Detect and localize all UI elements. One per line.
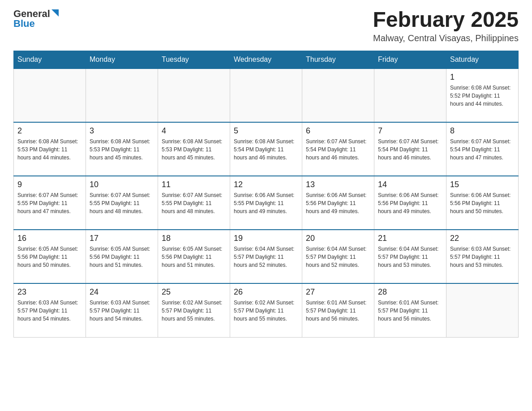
calendar-cell [230, 68, 302, 122]
calendar-cell: 4Sunrise: 6:08 AM Sunset: 5:53 PM Daylig… [158, 122, 230, 176]
calendar-cell: 3Sunrise: 6:08 AM Sunset: 5:53 PM Daylig… [86, 122, 158, 176]
day-info: Sunrise: 6:04 AM Sunset: 5:57 PM Dayligh… [234, 245, 298, 269]
calendar-cell [374, 68, 446, 122]
day-info: Sunrise: 6:04 AM Sunset: 5:57 PM Dayligh… [306, 245, 370, 269]
day-number: 8 [450, 126, 515, 136]
weekday-header-monday: Monday [86, 51, 158, 69]
day-info: Sunrise: 6:07 AM Sunset: 5:55 PM Dayligh… [17, 191, 82, 215]
calendar-cell [158, 68, 230, 122]
day-info: Sunrise: 6:08 AM Sunset: 5:52 PM Dayligh… [450, 84, 515, 108]
day-number: 13 [306, 180, 370, 189]
day-number: 18 [162, 234, 226, 243]
weekday-header-friday: Friday [374, 51, 446, 69]
weekday-header-wednesday: Wednesday [230, 51, 302, 69]
day-number: 6 [306, 126, 370, 136]
calendar-cell: 14Sunrise: 6:06 AM Sunset: 5:56 PM Dayli… [374, 176, 446, 230]
calendar-cell: 5Sunrise: 6:08 AM Sunset: 5:54 PM Daylig… [230, 122, 302, 176]
day-number: 1 [450, 73, 515, 82]
day-info: Sunrise: 6:08 AM Sunset: 5:53 PM Dayligh… [90, 137, 154, 162]
day-number: 28 [378, 287, 442, 297]
day-info: Sunrise: 6:08 AM Sunset: 5:53 PM Dayligh… [17, 137, 82, 162]
day-number: 15 [450, 180, 515, 189]
day-info: Sunrise: 6:01 AM Sunset: 5:57 PM Dayligh… [378, 299, 442, 323]
day-info: Sunrise: 6:07 AM Sunset: 5:54 PM Dayligh… [306, 137, 370, 162]
page-header: General Blue February 2025 Malway, Centr… [13, 9, 519, 43]
day-info: Sunrise: 6:02 AM Sunset: 5:57 PM Dayligh… [162, 299, 226, 323]
calendar-cell: 28Sunrise: 6:01 AM Sunset: 5:57 PM Dayli… [374, 283, 446, 337]
day-number: 2 [17, 126, 82, 136]
day-info: Sunrise: 6:08 AM Sunset: 5:54 PM Dayligh… [234, 137, 298, 162]
calendar-cell: 7Sunrise: 6:07 AM Sunset: 5:54 PM Daylig… [374, 122, 446, 176]
title-section: February 2025 Malway, Central Visayas, P… [373, 9, 519, 43]
calendar-cell: 1Sunrise: 6:08 AM Sunset: 5:52 PM Daylig… [446, 68, 519, 122]
calendar-cell: 6Sunrise: 6:07 AM Sunset: 5:54 PM Daylig… [302, 122, 374, 176]
day-info: Sunrise: 6:05 AM Sunset: 5:56 PM Dayligh… [17, 245, 82, 269]
calendar-cell [446, 283, 519, 337]
logo-blue-text: Blue [13, 18, 35, 29]
calendar-cell: 22Sunrise: 6:03 AM Sunset: 5:57 PM Dayli… [446, 230, 519, 283]
calendar-cell: 2Sunrise: 6:08 AM Sunset: 5:53 PM Daylig… [14, 122, 86, 176]
day-info: Sunrise: 6:05 AM Sunset: 5:56 PM Dayligh… [90, 245, 154, 269]
calendar-cell: 11Sunrise: 6:07 AM Sunset: 5:55 PM Dayli… [158, 176, 230, 230]
day-number: 14 [378, 180, 442, 189]
calendar-cell: 17Sunrise: 6:05 AM Sunset: 5:56 PM Dayli… [86, 230, 158, 283]
day-number: 11 [162, 180, 226, 189]
calendar-cell: 12Sunrise: 6:06 AM Sunset: 5:55 PM Dayli… [230, 176, 302, 230]
day-number: 3 [90, 126, 154, 136]
day-number: 27 [306, 287, 370, 297]
day-number: 26 [234, 287, 298, 297]
logo-general-text: General [13, 9, 50, 19]
day-info: Sunrise: 6:06 AM Sunset: 5:56 PM Dayligh… [306, 191, 370, 215]
day-number: 9 [17, 180, 82, 189]
day-info: Sunrise: 6:01 AM Sunset: 5:57 PM Dayligh… [306, 299, 370, 323]
calendar-cell: 24Sunrise: 6:03 AM Sunset: 5:57 PM Dayli… [86, 283, 158, 337]
calendar-week-row: 2Sunrise: 6:08 AM Sunset: 5:53 PM Daylig… [14, 122, 519, 176]
day-info: Sunrise: 6:07 AM Sunset: 5:55 PM Dayligh… [162, 191, 226, 215]
calendar-table: SundayMondayTuesdayWednesdayThursdayFrid… [13, 51, 519, 338]
day-number: 4 [162, 126, 226, 136]
calendar-week-row: 9Sunrise: 6:07 AM Sunset: 5:55 PM Daylig… [14, 176, 519, 230]
day-info: Sunrise: 6:08 AM Sunset: 5:53 PM Dayligh… [162, 137, 226, 162]
month-title: February 2025 [373, 9, 519, 30]
day-info: Sunrise: 6:03 AM Sunset: 5:57 PM Dayligh… [17, 299, 82, 323]
calendar-week-row: 1Sunrise: 6:08 AM Sunset: 5:52 PM Daylig… [14, 68, 519, 122]
day-info: Sunrise: 6:04 AM Sunset: 5:57 PM Dayligh… [378, 245, 442, 269]
calendar-cell: 20Sunrise: 6:04 AM Sunset: 5:57 PM Dayli… [302, 230, 374, 283]
day-number: 16 [17, 234, 82, 243]
calendar-week-row: 16Sunrise: 6:05 AM Sunset: 5:56 PM Dayli… [14, 230, 519, 283]
day-number: 19 [234, 234, 298, 243]
day-info: Sunrise: 6:06 AM Sunset: 5:56 PM Dayligh… [450, 191, 515, 215]
day-number: 12 [234, 180, 298, 189]
weekday-header-sunday: Sunday [14, 51, 86, 69]
day-number: 20 [306, 234, 370, 243]
day-number: 25 [162, 287, 226, 297]
logo-arrow-icon [51, 9, 59, 17]
weekday-header-saturday: Saturday [446, 51, 519, 69]
calendar-cell [86, 68, 158, 122]
svg-marker-0 [51, 9, 59, 17]
day-number: 21 [378, 234, 442, 243]
day-info: Sunrise: 6:07 AM Sunset: 5:54 PM Dayligh… [450, 137, 515, 162]
calendar-cell [14, 68, 86, 122]
calendar-cell: 18Sunrise: 6:05 AM Sunset: 5:56 PM Dayli… [158, 230, 230, 283]
calendar-cell: 9Sunrise: 6:07 AM Sunset: 5:55 PM Daylig… [14, 176, 86, 230]
calendar-cell: 21Sunrise: 6:04 AM Sunset: 5:57 PM Dayli… [374, 230, 446, 283]
weekday-header-tuesday: Tuesday [158, 51, 230, 69]
day-info: Sunrise: 6:06 AM Sunset: 5:56 PM Dayligh… [378, 191, 442, 215]
location-subtitle: Malway, Central Visayas, Philippines [373, 33, 519, 43]
day-number: 7 [378, 126, 442, 136]
calendar-cell: 10Sunrise: 6:07 AM Sunset: 5:55 PM Dayli… [86, 176, 158, 230]
day-number: 24 [90, 287, 154, 297]
day-number: 5 [234, 126, 298, 136]
calendar-cell [302, 68, 374, 122]
calendar-cell: 23Sunrise: 6:03 AM Sunset: 5:57 PM Dayli… [14, 283, 86, 337]
calendar-cell: 15Sunrise: 6:06 AM Sunset: 5:56 PM Dayli… [446, 176, 519, 230]
day-number: 22 [450, 234, 515, 243]
calendar-cell: 19Sunrise: 6:04 AM Sunset: 5:57 PM Dayli… [230, 230, 302, 283]
calendar-cell: 8Sunrise: 6:07 AM Sunset: 5:54 PM Daylig… [446, 122, 519, 176]
calendar-cell: 25Sunrise: 6:02 AM Sunset: 5:57 PM Dayli… [158, 283, 230, 337]
calendar-week-row: 23Sunrise: 6:03 AM Sunset: 5:57 PM Dayli… [14, 283, 519, 337]
calendar-cell: 26Sunrise: 6:02 AM Sunset: 5:57 PM Dayli… [230, 283, 302, 337]
day-number: 10 [90, 180, 154, 189]
calendar-cell: 27Sunrise: 6:01 AM Sunset: 5:57 PM Dayli… [302, 283, 374, 337]
